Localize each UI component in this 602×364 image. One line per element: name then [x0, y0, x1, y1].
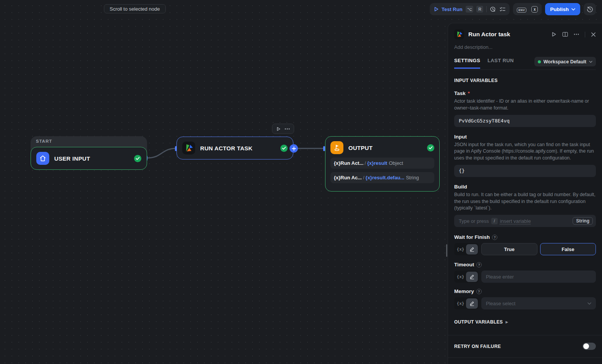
node-hover-toolbar: [272, 124, 294, 134]
chevron-down-icon: [571, 8, 575, 11]
publish-button[interactable]: Publish: [545, 3, 580, 15]
help-icon[interactable]: ?: [492, 235, 497, 240]
true-button[interactable]: True: [481, 243, 537, 255]
toggle-knob: [583, 343, 589, 349]
string-type-badge: String: [573, 217, 593, 225]
edit-mode-button[interactable]: [466, 244, 478, 254]
variable-type: String: [406, 175, 419, 180]
build-placeholder-text: Type or press: [459, 218, 489, 224]
pencil-icon: [469, 301, 475, 306]
build-field-block: Build Build to run. It can be either a b…: [454, 184, 596, 227]
chevron-down-icon: [587, 302, 591, 305]
scheduled-run-button[interactable]: [490, 6, 496, 13]
test-run-button[interactable]: Test Run: [434, 6, 463, 12]
fx-mode-button[interactable]: {x}: [455, 244, 466, 254]
output-variables-section[interactable]: OUTPUT VARIABLES ▶: [454, 319, 596, 325]
panel-scrollbar[interactable]: [446, 244, 447, 257]
variables-button[interactable]: x: [531, 6, 538, 13]
input-json-input[interactable]: [454, 165, 596, 177]
retry-toggle[interactable]: [583, 343, 596, 350]
node-user-input[interactable]: USER INPUT: [31, 147, 147, 170]
start-group: START USER INPUT: [31, 136, 147, 170]
node-output-header: OUTPUT: [330, 141, 434, 154]
panel-header-divider: [585, 32, 585, 37]
toolbar-divider: [486, 6, 487, 12]
apify-logo-icon: [454, 29, 464, 39]
help-icon[interactable]: ?: [476, 262, 482, 267]
variable-path: {x}result: [367, 160, 387, 166]
collapse-arrow-icon: ▶: [506, 320, 508, 324]
task-input[interactable]: [454, 115, 596, 127]
description-placeholder[interactable]: Add description...: [454, 44, 596, 50]
task-field-block: Task * Actor task identifier - ID or an …: [454, 90, 596, 127]
value-mode-toggle: {x}: [454, 243, 479, 255]
build-input[interactable]: Type or press / insert variable String: [454, 215, 596, 227]
variable-separator: /: [365, 160, 366, 166]
scroll-pill-label: Scroll to selected node: [110, 6, 160, 12]
panel-docs-button[interactable]: [562, 32, 568, 37]
history-icon: [587, 6, 593, 13]
input-variables-heading: INPUT VARIABLES: [454, 78, 596, 83]
task-description: Actor task identifier - ID or an alias i…: [454, 98, 596, 112]
task-label: Task: [454, 90, 466, 96]
run-controls-group: Test Run ⌥ R: [430, 3, 510, 15]
insert-variable-link[interactable]: insert variable: [500, 218, 531, 224]
publish-label: Publish: [550, 6, 569, 12]
output-variable-row[interactable]: {x}Run Act... / {x}result Object: [330, 158, 434, 169]
tab-last-run[interactable]: LAST RUN: [487, 58, 514, 69]
edit-mode-button[interactable]: [466, 298, 478, 309]
node-run-actor-task[interactable]: RUN ACTOR TASK: [176, 137, 293, 159]
value-mode-toggle: {x}: [454, 297, 479, 309]
required-asterisk: *: [468, 90, 470, 96]
panel-header: Run Actor task: [454, 29, 596, 39]
history-button[interactable]: [584, 3, 596, 15]
env-icon: ENV: [517, 8, 526, 13]
edit-mode-button[interactable]: [466, 272, 478, 282]
play-icon: [434, 6, 439, 12]
node-run-actor-title: RUN ACTOR TASK: [200, 145, 252, 151]
memory-select[interactable]: Please select: [481, 297, 596, 309]
output-variable-row[interactable]: {x}Run Ac... / {x}result.defau... String: [330, 172, 434, 183]
workspace-selector[interactable]: Workspace Default: [534, 57, 596, 66]
node-run-button[interactable]: [276, 127, 281, 131]
workspace-label: Workspace Default: [544, 59, 586, 64]
help-icon[interactable]: ?: [476, 289, 482, 294]
timeout-input[interactable]: [481, 271, 596, 283]
edge-userinput-to-runactor: [147, 148, 176, 158]
fx-mode-button[interactable]: {x}: [455, 272, 466, 282]
memory-placeholder: Please select: [486, 301, 515, 306]
fx-mode-button[interactable]: {x}: [455, 298, 466, 309]
env-button[interactable]: ENV: [517, 6, 526, 13]
variable-type: Object: [389, 160, 403, 166]
check-success-icon: [134, 155, 141, 162]
node-output[interactable]: OUTPUT {x}Run Act... / {x}result Object …: [325, 136, 440, 192]
check-success-icon: [427, 144, 434, 151]
input-field-block: Input JSON input for the task run, which…: [454, 134, 596, 177]
flag-icon: [330, 141, 343, 154]
checklist-button[interactable]: [499, 6, 506, 13]
panel-more-button[interactable]: [574, 34, 579, 35]
node-more-button[interactable]: [285, 128, 290, 130]
top-toolbar: Test Run ⌥ R ENV x Publish: [430, 3, 596, 15]
close-icon: [591, 32, 596, 37]
variable-separator: /: [363, 175, 364, 180]
value-mode-toggle: {x}: [454, 271, 479, 283]
env-variables-group: ENV x: [513, 3, 542, 15]
variable-path: {x}result.defau...: [366, 175, 405, 180]
checklist-icon: [499, 6, 506, 13]
play-icon: [551, 32, 557, 37]
section-divider: [448, 358, 602, 358]
panel-close-button[interactable]: [591, 32, 596, 37]
false-button[interactable]: False: [540, 243, 596, 255]
chevron-down-icon: [589, 61, 592, 63]
book-icon: [562, 32, 568, 37]
tab-settings[interactable]: SETTINGS: [454, 58, 480, 69]
check-success-icon: [280, 145, 288, 152]
add-node-button[interactable]: [290, 144, 298, 153]
start-group-label: START: [36, 139, 52, 143]
node-user-input-title: USER INPUT: [54, 155, 90, 162]
slash-key-icon: /: [491, 218, 498, 224]
scroll-to-selected-node-button[interactable]: Scroll to selected node: [104, 4, 166, 13]
wait-for-finish-block: Wait for Finish ? {x} True False: [454, 234, 596, 255]
panel-run-button[interactable]: [551, 32, 557, 37]
